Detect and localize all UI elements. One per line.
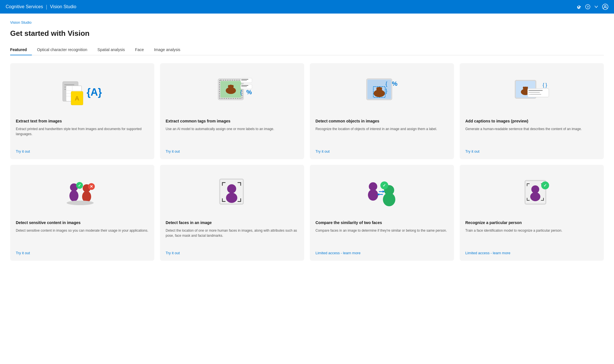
svg-rect-27 bbox=[241, 85, 248, 86]
card-recognize-person-action[interactable]: Limited access - learn more bbox=[465, 251, 598, 255]
header: Cognitive Services | Vision Studio ? bbox=[0, 0, 614, 14]
app-name: Cognitive Services bbox=[6, 4, 43, 9]
svg-point-57 bbox=[82, 191, 91, 202]
svg-point-36 bbox=[380, 87, 382, 90]
svg-text:{: { bbox=[543, 82, 544, 88]
main-content: Vision Studio Get started with Vision Fe… bbox=[0, 14, 614, 364]
card-extract-text-action[interactable]: Try it out bbox=[16, 149, 149, 154]
header-left: Cognitive Services | Vision Studio bbox=[6, 4, 76, 10]
card-compare-faces-action[interactable]: Limited access - learn more bbox=[315, 251, 448, 255]
card-compare-faces-title: Compare the similarity of two faces bbox=[315, 220, 448, 226]
svg-point-22 bbox=[232, 85, 234, 88]
card-extract-text-desc: Extract printed and handwritten style te… bbox=[16, 126, 149, 145]
card-detect-faces-action[interactable]: Try it out bbox=[166, 251, 299, 255]
svg-point-96 bbox=[530, 192, 540, 201]
svg-point-62 bbox=[67, 201, 94, 205]
card-recognize-person-title: Recognize a particular person bbox=[465, 220, 598, 226]
card-detect-faces-desc: Detect the location of one or more human… bbox=[166, 228, 299, 246]
svg-text:%: % bbox=[246, 89, 252, 96]
card-detect-sensitive-title: Detect sensitive content in images bbox=[16, 220, 149, 226]
svg-point-76 bbox=[368, 189, 378, 201]
svg-text:✕: ✕ bbox=[90, 184, 93, 189]
card-add-captions: { } Add captions to images (preview) Gen… bbox=[460, 63, 604, 159]
svg-text:%: % bbox=[392, 80, 398, 87]
card-compare-faces-desc: Compare faces in an image to determine i… bbox=[315, 228, 448, 246]
svg-rect-25 bbox=[241, 80, 247, 81]
svg-point-46 bbox=[526, 87, 528, 89]
card-detect-objects-title: Detect common objects in images bbox=[315, 119, 448, 124]
svg-text:✓: ✓ bbox=[78, 183, 81, 188]
svg-text:{: { bbox=[385, 81, 387, 87]
svg-point-45 bbox=[523, 87, 525, 89]
svg-text:{A}: {A} bbox=[87, 86, 102, 98]
svg-point-74 bbox=[226, 193, 237, 203]
breadcrumb[interactable]: Vision Studio bbox=[10, 20, 604, 25]
tab-ocr[interactable]: Optical character recognition bbox=[32, 45, 92, 55]
svg-rect-50 bbox=[529, 94, 541, 95]
tab-spatial[interactable]: Spatial analysis bbox=[92, 45, 130, 55]
svg-rect-49 bbox=[529, 92, 540, 93]
card-recognize-person-desc: Train a face identification model to rec… bbox=[465, 228, 598, 246]
svg-text:}: } bbox=[385, 88, 387, 94]
card-detect-objects-desc: Recognize the location of objects of int… bbox=[315, 126, 448, 145]
svg-rect-48 bbox=[529, 90, 543, 91]
svg-rect-28 bbox=[241, 86, 247, 87]
card-detect-objects-image: % { } bbox=[315, 69, 448, 114]
card-detect-sensitive: ✓ ✕ Detect sensitive content in images D… bbox=[10, 165, 154, 261]
card-extract-tags-action[interactable]: Try it out bbox=[166, 149, 299, 154]
svg-text:✓: ✓ bbox=[383, 183, 386, 188]
card-extract-tags-desc: Use an AI model to automatically assign … bbox=[166, 126, 299, 145]
card-recognize-person-image: ✓ bbox=[465, 170, 598, 216]
tab-face[interactable]: Face bbox=[130, 45, 149, 55]
card-detect-sensitive-desc: Detect sensitive content in images so yo… bbox=[16, 228, 149, 246]
header-right: ? bbox=[576, 4, 608, 10]
svg-point-55 bbox=[69, 190, 78, 201]
card-add-captions-title: Add captions to images (preview) bbox=[465, 119, 598, 124]
card-detect-faces-image bbox=[166, 170, 299, 216]
card-extract-tags-image: % { bbox=[166, 69, 299, 114]
svg-text:}: } bbox=[545, 82, 547, 88]
svg-text:A: A bbox=[75, 95, 79, 102]
card-detect-sensitive-image: ✓ ✕ bbox=[16, 170, 149, 216]
header-divider: | bbox=[46, 4, 47, 10]
svg-rect-5 bbox=[64, 84, 74, 85]
card-add-captions-image: { } bbox=[465, 69, 598, 114]
card-detect-faces: Detect faces in an image Detect the loca… bbox=[160, 165, 304, 261]
card-extract-text-title: Extract text from images bbox=[16, 119, 149, 124]
chevron-down-icon[interactable] bbox=[594, 5, 598, 9]
help-icon[interactable]: ? bbox=[585, 4, 590, 9]
svg-point-21 bbox=[228, 85, 230, 88]
card-compare-faces: ✓ Compare the similarity of two faces Co… bbox=[310, 165, 454, 261]
svg-text:?: ? bbox=[587, 5, 589, 9]
page-title: Get started with Vision bbox=[10, 29, 604, 38]
svg-point-3 bbox=[604, 5, 606, 7]
tab-featured[interactable]: Featured bbox=[10, 45, 32, 55]
svg-point-73 bbox=[227, 184, 236, 193]
cards-row-1: A {A} Extract text from images Extract p… bbox=[10, 63, 604, 159]
card-extract-tags-title: Extract common tags from images bbox=[166, 119, 299, 124]
tab-image-analysis[interactable]: Image analysis bbox=[149, 45, 185, 55]
svg-rect-24 bbox=[241, 79, 248, 80]
svg-point-78 bbox=[383, 193, 395, 206]
card-detect-sensitive-action[interactable]: Try it out bbox=[16, 251, 149, 255]
svg-point-35 bbox=[376, 87, 378, 90]
settings-icon[interactable] bbox=[576, 4, 581, 9]
cards-row-2: ✓ ✕ Detect sensitive content in images D… bbox=[10, 165, 604, 261]
card-detect-objects-action[interactable]: Try it out bbox=[315, 149, 448, 154]
card-compare-faces-image: ✓ bbox=[315, 170, 448, 216]
card-add-captions-action[interactable]: Try it out bbox=[465, 149, 598, 154]
svg-text:✓: ✓ bbox=[543, 183, 547, 188]
profile-icon[interactable] bbox=[602, 4, 608, 10]
tabs-nav: Featured Optical character recognition S… bbox=[10, 45, 604, 55]
card-detect-faces-title: Detect faces in an image bbox=[166, 220, 299, 226]
card-add-captions-desc: Generate a human-readable sentence that … bbox=[465, 126, 598, 145]
svg-point-95 bbox=[531, 185, 539, 193]
card-extract-text-image: A {A} bbox=[16, 69, 149, 114]
card-extract-tags: % { Extract common tags from images Use … bbox=[160, 63, 304, 159]
card-recognize-person: ✓ Recognize a particular person Train a … bbox=[460, 165, 604, 261]
svg-text:{: { bbox=[240, 89, 242, 95]
studio-name: Vision Studio bbox=[50, 4, 76, 9]
card-detect-objects: % { } Detect common objects in images Re… bbox=[310, 63, 454, 159]
card-extract-text: A {A} Extract text from images Extract p… bbox=[10, 63, 154, 159]
